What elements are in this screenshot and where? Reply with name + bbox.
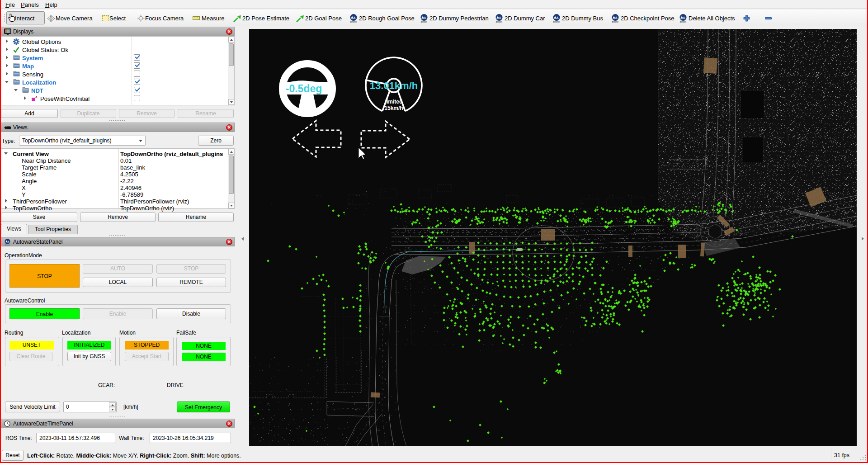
svg-text:limited: limited (385, 99, 403, 105)
svg-text:Autoware: Autoware (612, 21, 618, 23)
svg-text:Autoware: Autoware (680, 21, 686, 23)
svg-text:13.01km/h: 13.01km/h (370, 80, 418, 91)
svg-text:Autoware: Autoware (350, 21, 357, 23)
svg-text:Autoware: Autoware (421, 21, 427, 23)
svg-text:Autoware: Autoware (496, 21, 502, 23)
svg-text:-0.5deg: -0.5deg (286, 83, 322, 94)
svg-text:15km/h: 15km/h (384, 105, 403, 111)
svg-text:Autoware: Autoware (5, 244, 10, 246)
svg-text:Autoware: Autoware (553, 21, 560, 23)
